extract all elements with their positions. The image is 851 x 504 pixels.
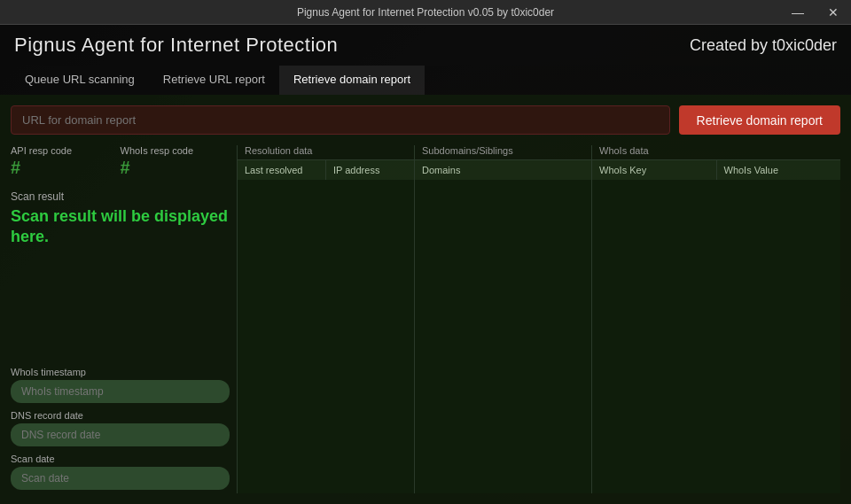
- app-credit: Created by t0xic0der: [690, 36, 837, 55]
- whois-data-col-headers: WhoIs Key WhoIs Value: [592, 160, 840, 180]
- dns-record-date-label: DNS record date: [11, 410, 230, 421]
- scan-result-label: Scan result: [11, 190, 230, 203]
- minimize-button[interactable]: —: [780, 0, 816, 25]
- app-title: Pignus Agent for Internet Protection: [14, 34, 338, 57]
- app-header: Pignus Agent for Internet Protection Cre…: [0, 25, 851, 66]
- whois-data-panel: WhoIs data WhoIs Key WhoIs Value: [591, 145, 840, 493]
- resolution-data-panel-label: Resolution data: [238, 145, 414, 160]
- subdomains-panel-label: Subdomains/Siblings: [415, 145, 591, 160]
- api-resp-code-group: API resp code #: [11, 145, 121, 178]
- resolution-data-col-headers: Last resolved IP address: [238, 160, 414, 180]
- left-panel: API resp code # WhoIs resp code # Scan r…: [11, 145, 237, 493]
- tab-retrieve-domain-report[interactable]: Retrieve domain report: [279, 66, 425, 95]
- subdomains-panel: Subdomains/Siblings Domains: [414, 145, 591, 493]
- dns-record-date-group: DNS record date: [11, 410, 230, 446]
- whois-resp-code-group: WhoIs resp code #: [121, 145, 230, 178]
- scan-date-group: Scan date: [11, 454, 230, 490]
- scan-result-text: Scan result will be displayed here.: [11, 206, 230, 248]
- url-domain-input[interactable]: [11, 105, 670, 135]
- subdomains-col-headers: Domains: [415, 160, 591, 180]
- api-resp-code-value: #: [11, 158, 121, 178]
- dns-record-date-input[interactable]: [11, 423, 230, 446]
- ip-address-col-header: IP address: [326, 160, 414, 180]
- last-resolved-col-header: Last resolved: [238, 160, 326, 180]
- close-button[interactable]: ✕: [816, 0, 851, 25]
- scan-date-input[interactable]: [11, 467, 230, 490]
- tab-retrieve-url-report[interactable]: Retrieve URL report: [149, 66, 279, 95]
- whois-timestamp-group: WhoIs timestamp: [11, 367, 230, 403]
- whois-resp-code-label: WhoIs resp code: [121, 145, 230, 156]
- whois-data-panel-label: WhoIs data: [592, 145, 840, 160]
- title-bar: Pignus Agent for Internet Protection v0.…: [0, 0, 851, 25]
- main-window: Pignus Agent for Internet Protection v0.…: [0, 0, 851, 504]
- whois-value-col-header: WhoIs Value: [717, 160, 841, 180]
- api-resp-code-label: API resp code: [11, 145, 121, 156]
- whois-data-body: [592, 180, 840, 493]
- timestamp-section: WhoIs timestamp DNS record date Scan dat…: [11, 367, 230, 493]
- subdomains-body: [415, 180, 591, 493]
- url-row: Retrieve domain report: [11, 105, 840, 135]
- resolution-data-panel: Resolution data Last resolved IP address: [237, 145, 414, 493]
- whois-timestamp-input[interactable]: [11, 380, 230, 403]
- tabs-bar: Queue URL scanning Retrieve URL report R…: [0, 66, 851, 95]
- title-bar-text: Pignus Agent for Internet Protection v0.…: [297, 6, 554, 19]
- domains-col-header: Domains: [415, 160, 591, 180]
- resp-codes-row: API resp code # WhoIs resp code #: [11, 145, 230, 178]
- title-bar-controls: — ✕: [780, 0, 851, 25]
- resolution-data-body: [238, 180, 414, 493]
- scan-result-section: Scan result Scan result will be displaye…: [11, 190, 230, 248]
- whois-key-col-header: WhoIs Key: [592, 160, 717, 180]
- data-section: API resp code # WhoIs resp code # Scan r…: [11, 145, 840, 493]
- retrieve-domain-report-button[interactable]: Retrieve domain report: [679, 105, 840, 135]
- whois-timestamp-label: WhoIs timestamp: [11, 367, 230, 377]
- tab-queue-url-scanning[interactable]: Queue URL scanning: [11, 66, 149, 95]
- scan-date-label: Scan date: [11, 454, 230, 464]
- main-content: Retrieve domain report API resp code # W…: [0, 95, 851, 504]
- whois-resp-code-value: #: [121, 158, 230, 178]
- right-panels: Resolution data Last resolved IP address…: [237, 145, 840, 493]
